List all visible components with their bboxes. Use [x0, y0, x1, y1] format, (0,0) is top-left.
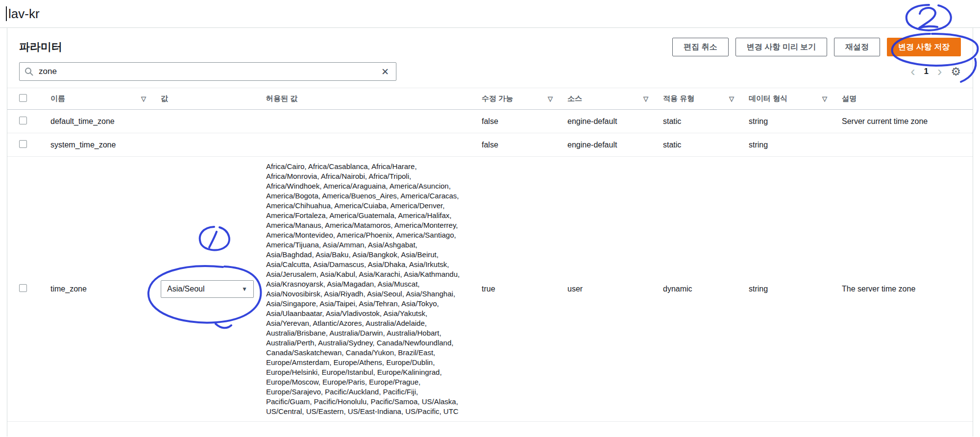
dropdown-caret-icon: ▼: [242, 286, 247, 292]
cell-name: system_time_zone: [45, 133, 155, 157]
pagination: ‹ 1 › ⚙: [910, 65, 961, 78]
parameters-panel: 파라미터 편집 취소 변경 사항 미리 보기 재설정 변경 사항 저장 ✕ ‹ …: [7, 28, 973, 437]
table-row: system_time_zone false engine-default st…: [7, 133, 973, 157]
cell-value: [155, 133, 260, 157]
column-header-source: 소스: [567, 94, 582, 103]
cell-modifiable: false: [476, 133, 562, 157]
column-header-description: 설명: [842, 94, 857, 103]
cell-allowed-values: Africa/Cairo, Africa/Casablanca, Africa/…: [260, 157, 476, 422]
cell-allowed-values: [260, 133, 476, 157]
cell-description: Server current time zone: [836, 110, 973, 133]
cell-value: [155, 110, 260, 133]
cell-apply-type: dynamic: [657, 157, 743, 422]
row-checkbox[interactable]: [19, 117, 27, 124]
cell-value: Asia/Seoul ▼: [155, 157, 260, 422]
search-input[interactable]: [38, 66, 375, 77]
cell-modifiable: false: [476, 110, 562, 133]
cell-source: engine-default: [562, 133, 657, 157]
column-header-allowed-values: 허용된 값: [266, 94, 297, 103]
cell-name: default_time_zone: [45, 110, 155, 133]
select-value: Asia/Seoul: [167, 285, 205, 293]
current-page[interactable]: 1: [924, 67, 929, 76]
rds-parameter-edit-page: lav-kr 파라미터 편집 취소 변경 사항 미리 보기 재설정 변경 사항 …: [0, 0, 980, 437]
cell-name: time_zone: [45, 157, 155, 422]
filter-icon[interactable]: ▽: [822, 95, 827, 102]
select-all-checkbox[interactable]: [19, 94, 27, 102]
cell-data-type: string: [743, 157, 836, 422]
filter-icon[interactable]: ▽: [643, 95, 648, 102]
allowed-values-text: Africa/Cairo, Africa/Casablanca, Africa/…: [266, 162, 462, 416]
cell-allowed-values: [260, 110, 476, 133]
filter-icon[interactable]: ▽: [548, 95, 553, 102]
filter-icon[interactable]: ▽: [141, 95, 146, 102]
time-zone-select[interactable]: Asia/Seoul ▼: [161, 280, 254, 298]
clear-search-icon[interactable]: ✕: [379, 67, 391, 76]
cell-source: engine-default: [562, 110, 657, 133]
table-toolbar: ✕ ‹ 1 › ⚙: [7, 62, 973, 81]
column-header-value: 값: [161, 94, 168, 103]
cell-data-type: string: [743, 110, 836, 133]
panel-title: 파라미터: [19, 40, 62, 54]
text-cursor: [6, 6, 7, 21]
reset-button[interactable]: 재설정: [834, 38, 880, 56]
column-header-name: 이름: [50, 94, 65, 103]
save-changes-button[interactable]: 변경 사항 저장: [887, 38, 961, 56]
preview-changes-button[interactable]: 변경 사항 미리 보기: [735, 38, 827, 56]
page-title: lav-kr: [8, 6, 40, 22]
row-checkbox[interactable]: [19, 140, 27, 148]
search-icon: [24, 67, 33, 76]
cell-source: user: [562, 157, 657, 422]
filter-icon[interactable]: ▽: [729, 95, 734, 102]
table-row: time_zone Asia/Seoul ▼ Africa/Cairo, Afr…: [7, 157, 973, 422]
cell-apply-type: static: [657, 110, 743, 133]
column-header-data-type: 데이터 형식: [749, 94, 787, 103]
table-header: 이름▽ 값 허용된 값 수정 가능▽ 소스▽ 적용 유형▽ 데이터 형식▽ 설명: [7, 88, 973, 110]
previous-page-icon[interactable]: ‹: [910, 65, 915, 78]
column-header-apply-type: 적용 유형: [663, 94, 694, 103]
panel-header: 파라미터 편집 취소 변경 사항 미리 보기 재설정 변경 사항 저장: [7, 28, 973, 62]
row-checkbox[interactable]: [19, 284, 27, 292]
cancel-edit-button[interactable]: 편집 취소: [672, 38, 728, 56]
cell-description: [836, 133, 973, 157]
search-box[interactable]: ✕: [19, 62, 396, 81]
column-header-modifiable: 수정 가능: [482, 94, 513, 103]
page-header: lav-kr: [0, 0, 980, 28]
cell-data-type: string: [743, 133, 836, 157]
table-row: default_time_zone false engine-default s…: [7, 110, 973, 133]
cell-description: The server time zone: [836, 157, 973, 422]
action-buttons: 편집 취소 변경 사항 미리 보기 재설정 변경 사항 저장: [672, 38, 961, 56]
next-page-icon[interactable]: ›: [937, 65, 942, 78]
cell-apply-type: static: [657, 133, 743, 157]
settings-gear-icon[interactable]: ⚙: [951, 66, 961, 77]
parameters-table: 이름▽ 값 허용된 값 수정 가능▽ 소스▽ 적용 유형▽ 데이터 형식▽ 설명…: [7, 88, 973, 422]
cell-modifiable: true: [476, 157, 562, 422]
